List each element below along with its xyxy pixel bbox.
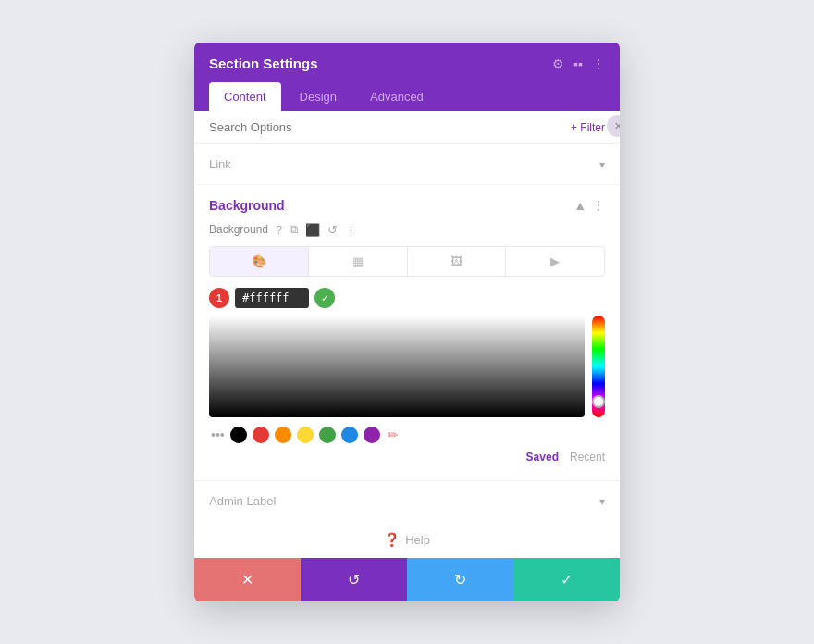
redo-button[interactable]: ↻ bbox=[407, 558, 513, 601]
link-label: Link bbox=[209, 157, 231, 171]
link-chevron-icon: ▾ bbox=[599, 158, 605, 171]
tabs-row: Content Design Advanced bbox=[209, 82, 605, 111]
header-icons: ⚙ ▪▪ ⋮ bbox=[552, 56, 605, 71]
image-tab-icon: 🖼 bbox=[450, 254, 462, 268]
search-row: + Filter bbox=[194, 111, 620, 144]
more-icon[interactable]: ⋮ bbox=[592, 56, 605, 71]
bg-type-color[interactable]: 🎨 bbox=[210, 247, 309, 276]
bg-more-icon[interactable]: ⋮ bbox=[592, 198, 605, 213]
saved-recent-row: Saved Recent bbox=[209, 451, 605, 464]
bg-type-gradient[interactable]: ▦ bbox=[309, 247, 408, 276]
swatch-red[interactable] bbox=[253, 427, 269, 443]
video-tab-icon: ▶ bbox=[550, 254, 560, 268]
color-picker-main bbox=[209, 316, 605, 417]
link-section-header[interactable]: Link ▾ bbox=[209, 157, 605, 171]
reset-button[interactable]: ↺ bbox=[301, 558, 407, 601]
admin-chevron-icon: ▾ bbox=[599, 495, 605, 508]
section-settings-panel: Section Settings ⚙ ▪▪ ⋮ Content Design A… bbox=[194, 43, 620, 601]
saturation-picker[interactable] bbox=[209, 316, 585, 417]
tab-design[interactable]: Design bbox=[285, 82, 352, 111]
tab-advanced[interactable]: Advanced bbox=[355, 82, 438, 111]
bg-copy-icon[interactable]: ⧉ bbox=[290, 222, 298, 237]
bg-controls-label: Background bbox=[209, 223, 268, 236]
bg-header-row: Background ▲ ⋮ bbox=[209, 198, 605, 213]
swatch-blue[interactable] bbox=[341, 427, 358, 443]
settings-icon[interactable]: ⚙ bbox=[552, 56, 564, 71]
panel-header: Section Settings ⚙ ▪▪ ⋮ Content Design A… bbox=[194, 43, 620, 111]
hue-slider[interactable] bbox=[592, 316, 605, 417]
bg-title: Background bbox=[209, 198, 285, 213]
hue-thumb[interactable] bbox=[592, 395, 605, 408]
help-row: ❓ Help bbox=[194, 521, 620, 558]
swatch-black[interactable] bbox=[230, 427, 247, 443]
swatch-yellow[interactable] bbox=[297, 427, 314, 443]
help-icon[interactable]: ❓ bbox=[384, 532, 400, 547]
panel-title: Section Settings bbox=[209, 56, 318, 71]
color-picker-wrapper: 1 ✓ bbox=[209, 288, 605, 417]
bg-header-right: ▲ ⋮ bbox=[574, 198, 605, 213]
color-swatches-row: ••• ✏ bbox=[209, 427, 605, 443]
more-swatches-icon[interactable]: ••• bbox=[211, 427, 225, 442]
help-label[interactable]: Help bbox=[405, 533, 430, 547]
edit-swatches-icon[interactable]: ✏ bbox=[388, 427, 399, 442]
bg-paste-icon[interactable]: ⬛ bbox=[305, 223, 320, 237]
hex-confirm-button[interactable]: ✓ bbox=[314, 288, 335, 308]
search-input[interactable] bbox=[209, 120, 571, 134]
admin-section-header[interactable]: Admin Label ▾ bbox=[209, 494, 605, 508]
color-tab-icon: 🎨 bbox=[252, 254, 266, 268]
bg-type-image[interactable]: 🖼 bbox=[408, 247, 507, 276]
bg-type-video[interactable]: ▶ bbox=[506, 247, 604, 276]
save-button[interactable]: ✓ bbox=[513, 558, 620, 601]
gradient-tab-icon: ▦ bbox=[352, 254, 364, 268]
tab-content[interactable]: Content bbox=[209, 82, 281, 111]
background-section: Background ▲ ⋮ Background ? ⧉ ⬛ ↺ ⋮ 🎨 bbox=[194, 185, 620, 480]
hex-input-row: 1 ✓ bbox=[209, 288, 605, 308]
admin-label-section: Admin Label ▾ bbox=[194, 480, 620, 521]
bg-collapse-icon[interactable]: ▲ bbox=[574, 198, 586, 213]
saved-tab[interactable]: Saved bbox=[526, 451, 559, 464]
bg-type-tabs: 🎨 ▦ 🖼 ▶ bbox=[209, 246, 605, 277]
bg-help-icon[interactable]: ? bbox=[276, 223, 282, 237]
panel-body: Link ▾ Background ▲ ⋮ Background ? ⧉ ⬛ ↺… bbox=[194, 144, 620, 558]
step-badge: 1 bbox=[209, 288, 229, 308]
hex-input[interactable] bbox=[235, 288, 309, 308]
bg-reset-icon[interactable]: ↺ bbox=[327, 223, 338, 237]
admin-label: Admin Label bbox=[209, 494, 276, 508]
link-section: Link ▾ bbox=[194, 144, 620, 185]
filter-button[interactable]: + Filter bbox=[571, 121, 605, 134]
swatch-orange[interactable] bbox=[275, 427, 291, 443]
swatch-purple[interactable] bbox=[364, 427, 380, 443]
swatch-green[interactable] bbox=[319, 427, 336, 443]
columns-icon[interactable]: ▪▪ bbox=[574, 56, 583, 71]
bg-more2-icon[interactable]: ⋮ bbox=[345, 223, 357, 237]
recent-tab[interactable]: Recent bbox=[570, 451, 605, 464]
bg-controls-row: Background ? ⧉ ⬛ ↺ ⋮ bbox=[209, 222, 605, 237]
cancel-button[interactable]: ✕ bbox=[194, 558, 301, 601]
panel-footer: ✕ ↺ ↻ ✓ bbox=[194, 558, 620, 601]
